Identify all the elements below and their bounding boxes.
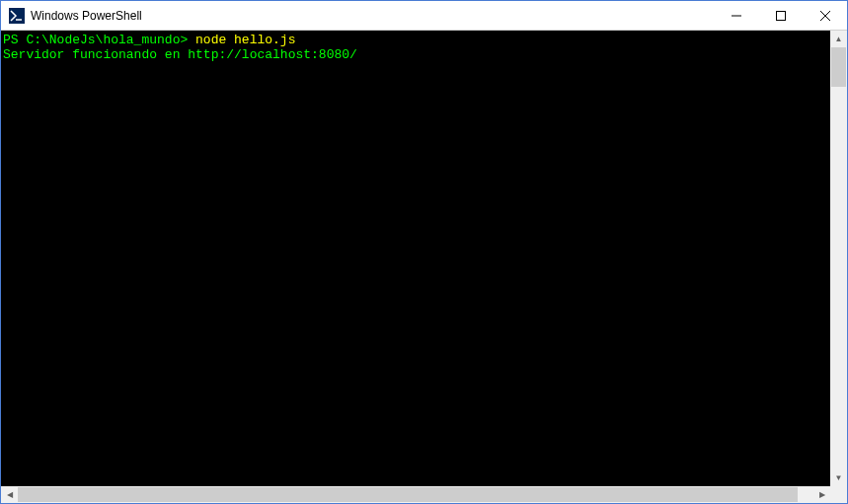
scroll-corner [830, 486, 847, 503]
terminal-area[interactable]: PS C:\NodeJs\hola_mundo> node hello.jsSe… [1, 31, 847, 486]
chevron-down-icon: ▼ [835, 474, 843, 482]
chevron-left-icon: ◀ [7, 491, 13, 499]
vertical-scroll-thumb[interactable] [831, 47, 846, 87]
terminal-content[interactable]: PS C:\NodeJs\hola_mundo> node hello.jsSe… [1, 31, 830, 486]
minimize-button[interactable] [714, 1, 758, 30]
horizontal-scrollbar[interactable]: ◀ ▶ [1, 486, 847, 503]
vertical-scrollbar[interactable]: ▲ ▼ [830, 31, 847, 486]
svg-rect-3 [776, 11, 785, 20]
minimize-icon [732, 11, 741, 21]
window-title: Windows PowerShell [31, 9, 142, 23]
chevron-up-icon: ▲ [835, 36, 843, 43]
powershell-icon [9, 8, 25, 24]
chevron-right-icon: ▶ [819, 491, 825, 499]
close-icon [820, 11, 830, 21]
prompt-text: PS C:\NodeJs\hola_mundo> [3, 33, 195, 47]
scroll-up-button[interactable]: ▲ [830, 31, 847, 47]
close-button[interactable] [803, 1, 847, 30]
horizontal-scroll-track[interactable] [18, 486, 813, 503]
horizontal-scroll-thumb[interactable] [18, 487, 798, 502]
maximize-icon [776, 11, 786, 21]
command-text: node hello.js [195, 33, 295, 47]
prompt-line: PS C:\NodeJs\hola_mundo> node hello.js [3, 33, 830, 47]
scroll-down-button[interactable]: ▼ [830, 469, 847, 486]
output-line: Servidor funcionando en http://localhost… [3, 47, 830, 62]
maximize-button[interactable] [758, 1, 803, 30]
window-controls [714, 1, 847, 30]
scroll-left-button[interactable]: ◀ [1, 486, 18, 503]
title-bar: Windows PowerShell [1, 1, 847, 31]
scroll-right-button[interactable]: ▶ [813, 486, 830, 503]
